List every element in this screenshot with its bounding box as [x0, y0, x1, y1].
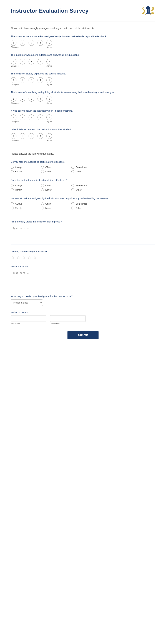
improve-question: Are there any areas the instructor can i… [11, 220, 155, 245]
mc-option-3-never[interactable]: Never [41, 206, 70, 210]
mc-option-1-other[interactable]: Other [72, 170, 107, 173]
mc-option-2-other[interactable]: Other [72, 188, 107, 191]
mc-radio-1-never[interactable] [41, 170, 44, 173]
rating-circle-3-1[interactable]: 1 [11, 77, 16, 83]
rating-circle-5-1[interactable]: 1 [11, 114, 16, 120]
mc-radio-3-other[interactable] [72, 206, 74, 210]
submit-button[interactable]: Submit [68, 331, 98, 339]
mc-options-grid-2: AlwaysOftenSometimesRarelyNeverOther [11, 184, 155, 191]
mc-option-2-often[interactable]: Often [41, 184, 70, 187]
rating-circle-1-2[interactable]: 2 [20, 40, 25, 46]
rating-circle-4-5[interactable]: 5 [46, 96, 52, 102]
rating-circle-4-4[interactable]: 4 [38, 96, 43, 102]
svg-rect-17 [148, 9, 148, 12]
mc-option-2-never[interactable]: Never [41, 188, 70, 191]
rating-circle-5-3[interactable]: 3 [28, 114, 34, 120]
disagree-label-4: Disagree [11, 102, 18, 104]
rating-question-text-1: The instructor demonstrate knowledge of … [11, 35, 155, 38]
mc-option-3-sometimes[interactable]: Sometimes [72, 202, 107, 205]
rating-circle-3-4[interactable]: 4 [38, 77, 43, 83]
mc-option-1-rarely[interactable]: Rarely [11, 170, 39, 173]
mc-option-label-2-never: Never [45, 188, 52, 191]
additional-notes-textarea[interactable] [11, 270, 155, 289]
mc-radio-3-always[interactable] [11, 202, 14, 205]
rating-circle-2-1[interactable]: 1 [11, 59, 16, 64]
mc-radio-1-other[interactable] [72, 170, 74, 173]
star-rating-section: Overall, please rate your instructor ☆ ☆… [11, 250, 155, 260]
rating-circle-3-5[interactable]: 5 [46, 77, 52, 83]
mc-option-3-other[interactable]: Other [72, 206, 107, 210]
mc-radio-3-sometimes[interactable] [72, 202, 74, 205]
mc-option-label-1-never: Never [45, 170, 52, 173]
rating-circle-4-3[interactable]: 3 [28, 96, 34, 102]
scale-wrapper-3: 12345DisagreeAgree [11, 77, 155, 86]
rating-question-text-6: I absolutely recommend the instructor to… [11, 128, 155, 131]
mc-radio-2-never[interactable] [41, 188, 44, 191]
rating-question-1: The instructor demonstrate knowledge of … [11, 35, 155, 48]
grade-select[interactable]: Please Select A B C D F [11, 300, 43, 306]
mc-radio-3-rarely[interactable] [11, 206, 14, 210]
rating-circle-6-3[interactable]: 3 [28, 133, 34, 139]
instructor-name-section: Instructor Name First Name Last Name [11, 311, 155, 324]
mc-question-3: Homework that are assigned by the instru… [11, 196, 155, 210]
agree-label-4: Agree [46, 102, 52, 104]
rating-circle-3-3[interactable]: 3 [28, 77, 34, 83]
mc-radio-1-rarely[interactable] [11, 170, 14, 173]
mc-radio-1-sometimes[interactable] [72, 166, 74, 169]
mc-option-2-always[interactable]: Always [11, 184, 39, 187]
rating-circle-3-2[interactable]: 2 [20, 77, 25, 83]
rating-circle-2-4[interactable]: 4 [38, 59, 43, 64]
rating-circle-4-1[interactable]: 1 [11, 96, 16, 102]
mc-option-label-3-always: Always [15, 202, 22, 205]
mc-option-2-sometimes[interactable]: Sometimes [72, 184, 107, 187]
mc-option-1-never[interactable]: Never [41, 170, 70, 173]
mc-option-3-often[interactable]: Often [41, 202, 70, 205]
mc-radio-2-other[interactable] [72, 188, 74, 191]
rating-question-text-3: The instructor clearly explained the cou… [11, 72, 155, 76]
star-4[interactable]: ☆ [27, 254, 32, 260]
star-3[interactable]: ☆ [22, 254, 26, 260]
mc-option-3-rarely[interactable]: Rarely [11, 206, 39, 210]
disagree-label-2: Disagree [11, 65, 18, 67]
mc-radio-2-rarely[interactable] [11, 188, 14, 191]
rating-circle-6-1[interactable]: 1 [11, 133, 16, 139]
rating-circle-1-5[interactable]: 5 [46, 40, 52, 46]
improve-textarea[interactable] [11, 225, 155, 244]
rating-circle-6-5[interactable]: 5 [46, 133, 52, 139]
rating-circle-2-3[interactable]: 3 [28, 59, 34, 64]
rating-circle-5-5[interactable]: 5 [46, 114, 52, 120]
mc-option-2-rarely[interactable]: Rarely [11, 188, 39, 191]
rating-circle-5-2[interactable]: 2 [20, 114, 25, 120]
rating-circle-1-3[interactable]: 3 [28, 40, 34, 46]
mc-radio-2-sometimes[interactable] [72, 184, 74, 187]
section-divider-1 [11, 147, 155, 147]
labels-row-6: DisagreeAgree [11, 139, 52, 142]
mc-option-3-always[interactable]: Always [11, 202, 39, 205]
rating-circle-4-2[interactable]: 2 [20, 96, 25, 102]
star-1[interactable]: ☆ [11, 254, 15, 260]
improve-label: Are there any areas the instructor can i… [11, 220, 155, 223]
mc-radio-2-always[interactable] [11, 184, 14, 187]
star-2[interactable]: ☆ [16, 254, 20, 260]
mc-option-1-always[interactable]: Always [11, 166, 39, 169]
mc-question-2: Does the instructor use instructional ti… [11, 178, 155, 191]
last-name-input[interactable] [50, 315, 86, 322]
first-name-input[interactable] [11, 315, 46, 322]
mc-option-1-often[interactable]: Often [41, 166, 70, 169]
mc-radio-3-often[interactable] [41, 202, 44, 205]
mc-radio-2-often[interactable] [41, 184, 44, 187]
mc-radio-1-always[interactable] [11, 166, 14, 169]
mc-option-label-3-sometimes: Sometimes [76, 202, 87, 205]
star-rating-stars[interactable]: ☆ ☆ ☆ ☆ ☆ [11, 254, 155, 260]
mc-option-1-sometimes[interactable]: Sometimes [72, 166, 107, 169]
rating-circle-6-4[interactable]: 4 [38, 133, 43, 139]
rating-circle-2-2[interactable]: 2 [20, 59, 25, 64]
rating-circle-5-4[interactable]: 4 [38, 114, 43, 120]
mc-radio-3-never[interactable] [41, 206, 44, 210]
rating-circle-1-1[interactable]: 1 [11, 40, 16, 46]
mc-radio-1-often[interactable] [41, 166, 44, 169]
rating-circle-6-2[interactable]: 2 [20, 133, 25, 139]
rating-circle-1-4[interactable]: 4 [38, 40, 43, 46]
rating-circle-2-5[interactable]: 5 [46, 59, 52, 64]
star-5[interactable]: ☆ [33, 254, 37, 260]
